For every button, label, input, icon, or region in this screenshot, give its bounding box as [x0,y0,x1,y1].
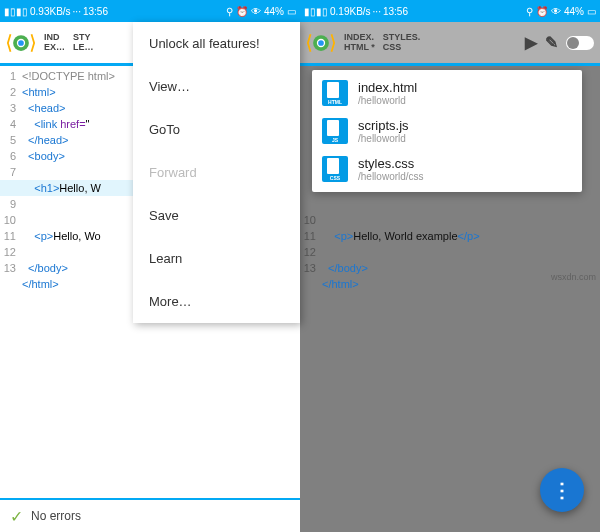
file-item[interactable]: HTML index.html/helloworld [312,74,582,112]
data-rate: 0.19KB/s [330,6,371,17]
battery-text: 44% [564,6,584,17]
bluetooth-icon: ⚲ [526,6,533,17]
overflow-menu: Unlock all features! View… GoTo Forward … [133,22,300,323]
css-file-icon: CSS [322,156,348,182]
tab-styles[interactable]: STYLE… [73,31,94,55]
clock: 13:56 [383,6,408,17]
clock: 13:56 [83,6,108,17]
app-logo[interactable] [6,28,36,58]
file-item[interactable]: CSS styles.css/helloworld/css [312,150,582,188]
file-path: /helloworld [358,95,417,106]
file-dropdown: HTML index.html/helloworld JS scripts.js… [312,70,582,192]
menu-forward: Forward [133,151,300,194]
status-bar: ▮▯▮▯ 0.19KB/s ··· 13:56 ⚲ ⏰ 👁 44% ▭ [300,0,600,22]
battery-icon: ▭ [587,6,596,17]
file-path: /helloworld [358,133,409,144]
alarm-icon: ⏰ [236,6,248,17]
js-file-icon: JS [322,118,348,144]
line-gutter: 12345678910111213 [0,66,20,498]
eye-icon: 👁 [251,6,261,17]
toggle-switch[interactable] [566,36,594,50]
watermark: wsxdn.com [551,272,596,282]
menu-more[interactable]: More… [133,280,300,323]
tab-index[interactable]: INDEX… [44,31,65,55]
app-logo[interactable] [306,28,336,58]
tab-index[interactable]: INDEX.HTML * [344,31,375,55]
file-item[interactable]: JS scripts.js/helloworld [312,112,582,150]
signal-icon: ▮▯▮▯ [4,6,28,17]
fab-more[interactable]: ⋮ [540,468,584,512]
file-name: scripts.js [358,118,409,133]
menu-unlock[interactable]: Unlock all features! [133,22,300,65]
battery-icon: ▭ [287,6,296,17]
tab-styles[interactable]: STYLES.CSS [383,31,421,55]
toolbar: INDEX.HTML * STYLES.CSS ▶ ✎ [300,22,600,66]
check-icon: ✓ [10,507,23,526]
eye-icon: 👁 [551,6,561,17]
status-text: No errors [31,509,81,523]
battery-text: 44% [264,6,284,17]
file-name: styles.css [358,156,424,171]
signal-icon: ▮▯▮▯ [304,6,328,17]
status-bar-bottom: ✓ No errors [0,500,300,532]
svg-point-3 [318,39,325,46]
menu-learn[interactable]: Learn [133,237,300,280]
menu-view[interactable]: View… [133,65,300,108]
menu-save[interactable]: Save [133,194,300,237]
alarm-icon: ⏰ [536,6,548,17]
data-rate: 0.93KB/s [30,6,71,17]
file-name: index.html [358,80,417,95]
svg-point-1 [18,39,25,46]
html-file-icon: HTML [322,80,348,106]
edit-icon[interactable]: ✎ [545,33,558,52]
status-bar: ▮▯▮▯ 0.93KB/s ··· 13:56 ⚲ ⏰ 👁 44% ▭ [0,0,300,22]
file-path: /helloworld/css [358,171,424,182]
menu-goto[interactable]: GoTo [133,108,300,151]
play-icon[interactable]: ▶ [525,33,537,52]
bluetooth-icon: ⚲ [226,6,233,17]
